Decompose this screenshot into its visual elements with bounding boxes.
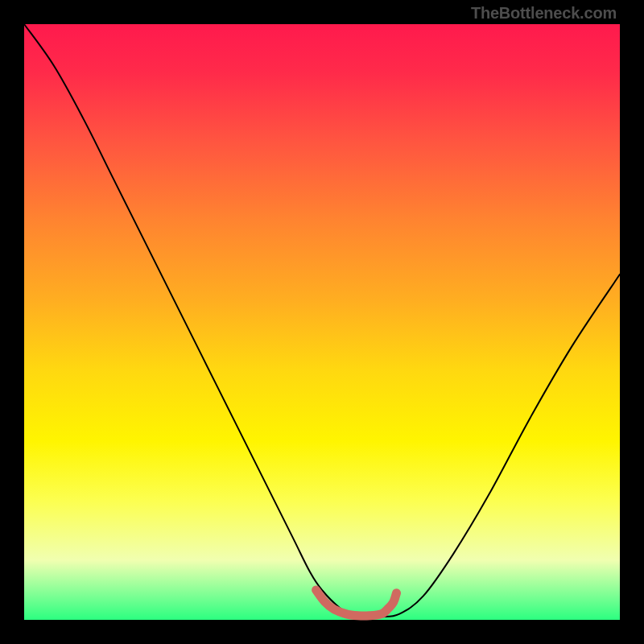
- plot-area: [24, 24, 620, 620]
- watermark-text: TheBottleneck.com: [471, 5, 617, 21]
- bottleneck-curve-line: [24, 24, 620, 617]
- chart-frame: TheBottleneck.com: [0, 0, 644, 644]
- chart-svg: [24, 24, 620, 620]
- optimal-band-line: [316, 590, 397, 616]
